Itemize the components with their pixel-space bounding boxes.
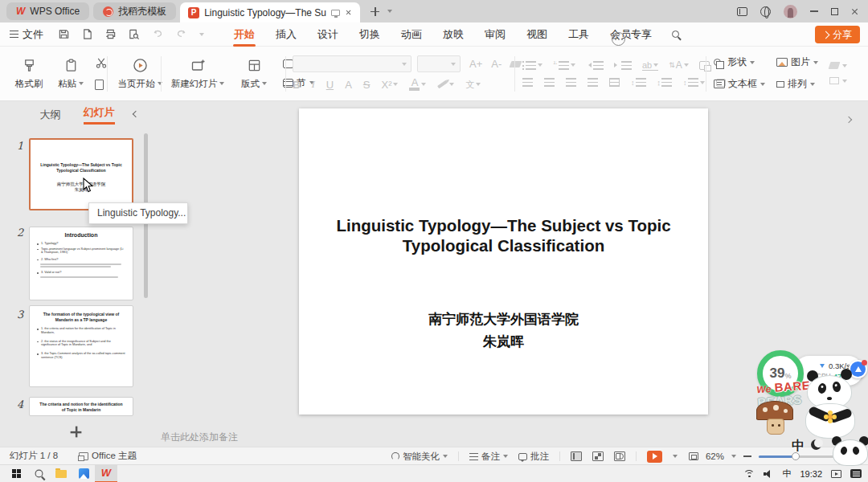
tab-outline[interactable]: 大纲 [40,108,61,122]
start-button[interactable] [5,465,27,482]
print-icon[interactable] [104,28,117,40]
fit-slide-icon[interactable] [689,452,698,460]
close-button[interactable] [851,8,858,15]
textbox-button[interactable]: 文本框 [714,77,765,91]
photos-app-button[interactable] [72,465,95,482]
reading-view-button[interactable] [614,451,625,461]
font-color-button[interactable]: A [409,78,420,91]
taskbar-search-button[interactable] [27,465,50,482]
text-direction-button[interactable]: ab [642,60,658,71]
qat-chevron-icon[interactable] [199,33,204,36]
outline-button[interactable] [829,77,847,84]
layout-button[interactable]: 版式 [233,57,275,90]
slide-title[interactable]: Linguistic Typology—The Subject vs Topic… [299,216,708,255]
shapes-button[interactable]: 形状 [714,55,765,69]
underline-button[interactable]: U [326,79,334,91]
user-avatar[interactable] [784,5,797,18]
tab-insert[interactable]: 插入 [265,22,307,47]
tab-list-chevron-icon[interactable] [387,10,392,13]
font-size-select[interactable] [417,55,461,72]
video-playback-icon[interactable] [831,470,841,478]
zoom-chevron-icon[interactable] [731,455,736,458]
fill-button[interactable] [829,62,847,69]
clear-format-icon[interactable] [510,61,522,67]
minimize-button[interactable] [810,10,818,12]
slide-thumbnail-2[interactable]: Introduction 1. Typology? Topic-prominen… [29,227,133,300]
decrease-indent-button[interactable] [586,61,604,70]
share-button[interactable]: 分享 [815,26,860,43]
toggle-sidebar-icon[interactable] [737,7,747,16]
tab-view[interactable]: 视图 [516,22,558,47]
play-from-current-button[interactable]: 当页开始 [113,57,166,90]
tab-slideshow[interactable]: 放映 [432,22,474,47]
distribute-button[interactable] [609,78,620,87]
tab-document-active[interactable]: P Linguistic Typology—The Su [180,2,360,22]
align-center-button[interactable] [544,78,555,87]
file-menu[interactable]: 文件 [0,27,43,42]
screen-share-icon[interactable] [331,10,340,16]
new-slide-button[interactable]: 新建幻灯片 [167,57,228,90]
copy-button[interactable] [95,80,104,90]
more-cloud-icon[interactable] [612,32,625,46]
align-right-button[interactable] [566,78,576,87]
zoom-level[interactable]: 62% [706,451,724,461]
slide-canvas[interactable]: Linguistic Typology—The Subject vs Topic… [299,108,708,415]
highlight-icon[interactable] [437,80,448,89]
font-family-select[interactable] [293,55,411,72]
slide-subtitle[interactable]: 南宁师范大学外国语学院 朱岚晖 [299,308,708,353]
convert-smartart-button[interactable] [699,61,710,70]
cut-button[interactable] [95,57,108,72]
align-left-button[interactable] [522,78,533,87]
theme-button[interactable]: Office 主题 [79,450,137,462]
wifi-icon[interactable] [743,470,755,478]
volume-icon[interactable] [764,470,773,478]
save-icon[interactable] [58,28,70,40]
notes-button[interactable]: 备注 [469,451,508,463]
format-painter-button[interactable]: 格式刷 [8,57,50,90]
new-tab-button[interactable] [371,7,379,16]
print-preview-icon[interactable] [128,28,140,40]
text-orientation-button[interactable]: ⇅A [669,59,689,71]
italic-button[interactable]: I [311,78,314,91]
notification-center-icon[interactable] [850,469,862,478]
clock[interactable]: 19:32 [800,469,822,479]
zoom-out-button[interactable] [743,455,751,457]
picture-button[interactable]: 图片 [776,55,818,69]
align-justify-button[interactable] [588,78,598,87]
ribbon-expand-icon[interactable] [845,116,852,123]
redo-icon[interactable] [175,28,188,40]
grow-font-button[interactable]: A+ [469,58,482,70]
line-spacing-button[interactable]: ↕ [683,78,705,87]
slide-sorter-view-button[interactable] [592,451,604,461]
phonetic-guide-button[interactable]: 文 [465,79,474,91]
paste-button[interactable]: 粘贴 [50,57,92,90]
slide-thumbnail-3[interactable]: The formation of the typological view of… [29,305,133,387]
beautify-button[interactable]: 智能美化 [391,451,448,463]
comments-button[interactable]: 批注 [518,451,549,463]
tab-design[interactable]: 设计 [307,22,349,47]
strikethrough-button[interactable]: S [363,79,371,91]
globe-icon[interactable] [760,6,771,17]
normal-view-button[interactable] [571,451,582,461]
tab-tools[interactable]: 工具 [558,22,600,47]
add-slide-button[interactable] [71,427,82,438]
tab-animation[interactable]: 动画 [391,22,432,47]
superscript-button[interactable]: X² [381,79,391,91]
slide-thumbnail-1[interactable]: Linguistic Typology—The Subject vs Topic… [29,138,133,210]
shrink-font-button[interactable]: A- [491,58,502,70]
line-spacing-down-button[interactable]: ↨ [657,78,673,87]
numbering-button[interactable]: 123 [553,61,575,70]
line-spacing-up-button[interactable]: ↕ [631,78,646,87]
bold-button[interactable]: B [293,79,300,91]
text-shadow-button[interactable]: A [345,79,352,91]
tab-member[interactable]: 会员专享 [600,22,662,47]
arrange-button[interactable]: 排列 [776,77,818,91]
export-pdf-icon[interactable] [81,28,93,40]
tab-home[interactable]: 开始 [223,22,265,47]
increase-indent-button[interactable] [614,61,632,70]
tab-docer-template[interactable]: 找稻壳模板 [93,2,176,20]
ime-indicator[interactable]: 中 [782,468,791,480]
notes-placeholder[interactable]: 单击此处添加备注 [161,431,238,444]
tab-review[interactable]: 审阅 [474,22,516,47]
restore-button[interactable] [831,8,838,15]
